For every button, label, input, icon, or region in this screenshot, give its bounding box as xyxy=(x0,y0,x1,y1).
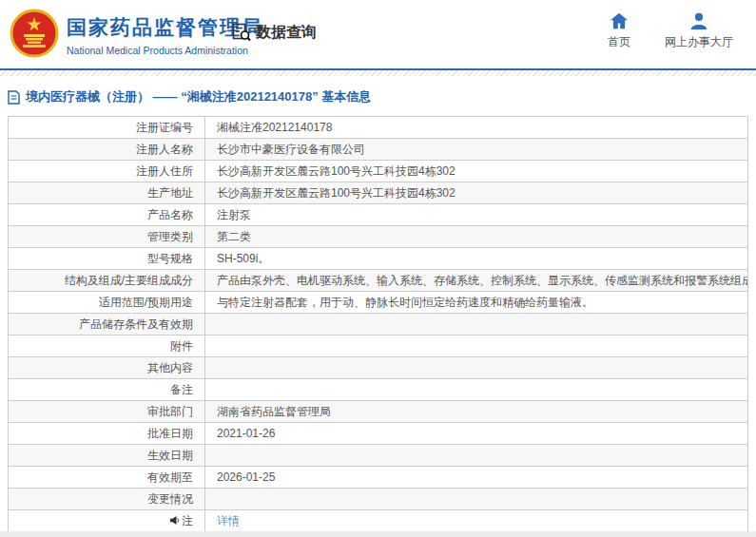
top-nav: 首页 网上办事大厅 xyxy=(608,12,733,50)
info-table: 注册证编号湘械注准20212140178注册人名称长沙市中豪医疗设备有限公司注册… xyxy=(8,116,748,532)
nav-item-service-hall[interactable]: 网上办事大厅 xyxy=(665,12,733,50)
table-row: 生产地址长沙高新开发区麓云路100号兴工科技园4栋302 xyxy=(9,182,748,204)
table-row: 产品名称注射泵 xyxy=(9,204,748,226)
table-row: 注册人名称长沙市中豪医疗设备有限公司 xyxy=(9,139,748,161)
row-value xyxy=(205,314,748,336)
footer-strip xyxy=(0,531,756,537)
nav-item-home[interactable]: 首页 xyxy=(608,12,630,50)
table-row: 其他内容 xyxy=(9,357,748,379)
table-row: 产品储存条件及有效期 xyxy=(9,314,748,336)
row-label: 注册人住所 xyxy=(9,161,205,182)
row-value: 第二类 xyxy=(205,226,748,248)
row-value: 长沙高新开发区麓云路100号兴工科技园4栋302 xyxy=(205,161,748,182)
table-row: 型号规格SH-509i。 xyxy=(9,248,748,270)
row-label: 变更情况 xyxy=(9,489,205,510)
document-icon xyxy=(8,90,20,105)
row-value: 详情 xyxy=(205,510,748,532)
row-label: 注册人名称 xyxy=(9,139,205,161)
title-bar: 境内医疗器械（注册） —— “湘械注准20212140178” 基本信息 xyxy=(0,76,756,114)
row-label: 生产地址 xyxy=(9,182,205,204)
row-value: 湘械注准20212140178 xyxy=(205,117,748,139)
row-value: 与特定注射器配套，用于动、静脉长时间恒定给药速度和精确给药量输液。 xyxy=(205,292,748,314)
table-row: 适用范围/预期用途与特定注射器配套，用于动、静脉长时间恒定给药速度和精确给药量输… xyxy=(9,292,748,314)
table-row: 管理类别第二类 xyxy=(9,226,748,248)
table-row: 附件 xyxy=(9,336,748,357)
details-link[interactable]: 详情 xyxy=(217,514,240,527)
row-label: 产品名称 xyxy=(9,204,205,226)
data-query-label: 数据查询 xyxy=(256,23,317,43)
row-value xyxy=(205,379,748,401)
row-value xyxy=(205,336,748,357)
table-row: 注册人住所长沙高新开发区麓云路100号兴工科技园4栋302 xyxy=(9,161,748,182)
row-value xyxy=(205,445,748,467)
row-label: 结构及组成/主要组成成分 xyxy=(9,270,205,292)
table-row: 结构及组成/主要组成成分产品由泵外壳、电机驱动系统、输入系统、存储系统、控制系统… xyxy=(9,270,748,292)
row-label: 注 xyxy=(9,510,205,532)
row-value: 2026-01-25 xyxy=(205,467,748,489)
row-label: 生效日期 xyxy=(9,445,205,467)
row-label: 产品储存条件及有效期 xyxy=(9,314,205,336)
nav-item-label: 首页 xyxy=(608,34,630,50)
row-label: 有效期至 xyxy=(9,467,205,489)
table-row: 备注 xyxy=(9,379,748,401)
org-name-en: National Medical Products Administration xyxy=(67,45,263,56)
table-row: 生效日期 xyxy=(9,445,748,467)
row-value: SH-509i。 xyxy=(205,248,748,270)
row-label: 其他内容 xyxy=(9,357,205,379)
row-label: 备注 xyxy=(9,379,205,401)
table-row: 审批部门湖南省药品监督管理局 xyxy=(9,401,748,423)
national-emblem-logo xyxy=(10,9,59,58)
row-value: 产品由泵外壳、电机驱动系统、输入系统、存储系统、控制系统、显示系统、传感监测系统… xyxy=(205,270,748,292)
row-label: 审批部门 xyxy=(9,401,205,423)
home-icon xyxy=(610,12,629,29)
table-row: 变更情况 xyxy=(9,489,748,510)
row-value: 2021-01-26 xyxy=(205,423,748,445)
row-label: 管理类别 xyxy=(9,226,205,248)
row-value: 注射泵 xyxy=(205,204,748,226)
data-query-nav[interactable]: 数据查询 xyxy=(231,22,317,43)
row-label: 适用范围/预期用途 xyxy=(9,292,205,314)
nav-item-label: 网上办事大厅 xyxy=(665,34,733,50)
row-value: 湖南省药品监督管理局 xyxy=(205,401,748,423)
header: 国家药品监督管理局 National Medical Products Admi… xyxy=(0,0,756,68)
megaphone-icon xyxy=(169,515,180,528)
row-label: 批准日期 xyxy=(9,423,205,445)
row-value xyxy=(205,357,748,379)
table-row: 注详情 xyxy=(9,510,748,532)
row-label: 附件 xyxy=(9,336,205,357)
row-label: 型号规格 xyxy=(9,248,205,270)
row-value xyxy=(205,489,748,510)
row-value: 长沙高新开发区麓云路100号兴工科技园4栋302 xyxy=(205,182,748,204)
table-row: 注册证编号湘械注准20212140178 xyxy=(9,117,748,139)
person-icon xyxy=(689,12,708,29)
table-row: 批准日期2021-01-26 xyxy=(9,423,748,445)
table-row: 有效期至2026-01-25 xyxy=(9,467,748,489)
row-value: 长沙市中豪医疗设备有限公司 xyxy=(205,139,748,161)
page-title: 境内医疗器械（注册） —— “湘械注准20212140178” 基本信息 xyxy=(26,88,371,105)
data-query-icon xyxy=(231,22,252,43)
row-label: 注册证编号 xyxy=(9,117,205,139)
